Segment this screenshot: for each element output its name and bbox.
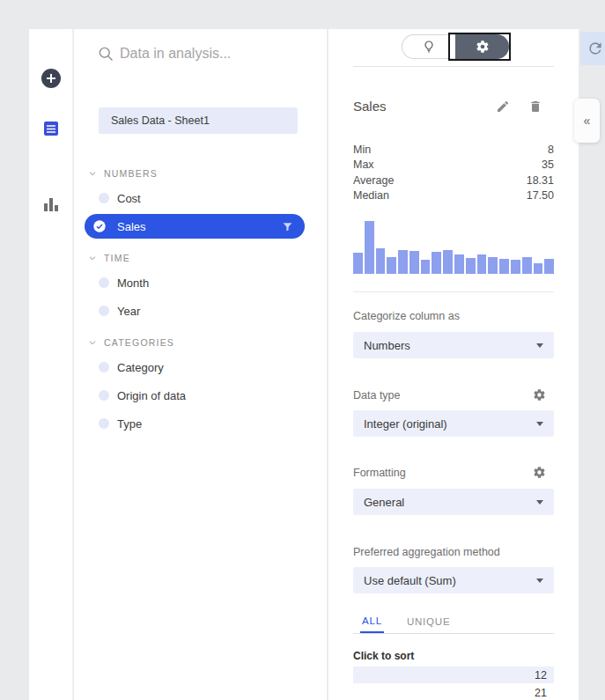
histogram-bar [499,259,509,274]
gear-icon [533,466,546,479]
insights-toggle-button[interactable] [402,34,455,59]
column-item-category[interactable]: Category [85,355,305,379]
focus-indicator [448,33,511,61]
dropdown-value: Numbers [364,339,410,352]
column-item-cost[interactable]: Cost [85,186,305,210]
collapse-panel-button[interactable]: « [574,99,600,143]
column-dot [99,306,109,316]
edit-button[interactable] [496,99,510,114]
section-header-time[interactable]: TIME [88,252,130,264]
column-dot [99,277,109,288]
column-label: Cost [117,192,141,205]
refresh-button[interactable] [580,32,605,65]
plus-circle-icon [41,68,62,89]
divider [353,66,554,67]
histogram-bar [421,260,431,274]
search-icon [97,45,114,66]
histogram-bar [544,259,554,274]
aggregation-label: Preferred aggregation method [353,545,500,559]
add-button[interactable] [41,68,62,89]
value-cell: 12 [535,669,547,682]
data-type-settings-button[interactable] [532,388,546,402]
bar-chart-icon [41,194,62,215]
formatting-dropdown[interactable]: General [353,489,554,515]
tab-all[interactable]: ALL [360,615,384,633]
section-header-categories[interactable]: CATEGORIES [88,336,174,349]
column-details-panel: Sales Min8 Max35 Average18.31 Median17.5… [328,29,579,700]
histogram-bar [466,258,476,274]
caret-down-icon [536,500,543,505]
value-row[interactable]: 21 [353,684,554,700]
tab-unique[interactable]: UNIQUE [405,615,453,633]
histogram-bar [443,250,453,274]
data-type-label: Data type [353,388,401,402]
histogram-bar [488,257,498,274]
column-label: Type [117,417,142,431]
dropdown-value: Integer (original) [364,417,447,431]
column-dot [99,390,109,401]
filter-icon[interactable] [282,221,293,232]
data-panel-button[interactable] [41,118,62,139]
section-header-numbers[interactable]: NUMBERS [88,167,158,180]
histogram-bar [522,257,532,274]
histogram-bar [365,221,374,274]
column-title: Sales [353,99,387,114]
data-table-item[interactable]: Sales Data - Sheet1 [99,107,298,134]
pencil-icon [496,99,510,114]
data-in-analysis-panel: Sales Data - Sheet1 NUMBERS Cost Sales T… [74,29,327,700]
column-dot [99,362,109,372]
column-item-year[interactable]: Year [85,298,305,323]
stat-average: Average18.31 [353,173,554,188]
histogram-bar [477,254,487,274]
value-cell: 21 [535,687,547,699]
values-tabs: ALL UNIQUE [360,615,452,633]
histogram-bar [387,257,396,274]
formatting-settings-button[interactable] [532,466,546,480]
column-item-month[interactable]: Month [85,270,305,295]
chevron-down-icon [88,169,97,178]
column-label: Month [117,276,149,290]
search-input[interactable] [120,41,296,66]
aggregation-dropdown[interactable]: Use default (Sum) [353,567,554,593]
histogram-bar [534,263,543,274]
delete-button[interactable] [528,99,542,114]
histogram-bar [398,250,408,274]
gear-icon [533,388,546,402]
data-table-name: Sales Data - Sheet1 [111,114,210,127]
left-toolbar [29,29,73,700]
stats-list: Min8 Max35 Average18.31 Median17.50 [353,142,554,203]
divider [353,633,554,634]
stat-min: Min8 [353,142,554,158]
formatting-label: Formatting [353,466,406,480]
histogram-bar [376,248,386,274]
caret-down-icon [536,422,543,426]
value-row[interactable]: 12 [353,667,554,683]
histogram-bar [511,260,520,274]
column-dot [99,193,109,203]
column-item-type[interactable]: Type [85,411,305,436]
chevron-down-icon [88,254,97,262]
histogram-bar [353,253,363,274]
data-table-icon [41,118,62,139]
histogram-bar [432,252,441,274]
section-label: NUMBERS [104,168,158,179]
visualizations-button[interactable] [41,194,62,215]
stat-median: Median17.50 [353,188,554,204]
data-type-dropdown[interactable]: Integer (original) [353,410,554,437]
column-label: Year [117,305,140,318]
column-item-origin-of-data[interactable]: Origin of data [85,383,305,408]
dropdown-value: General [364,496,404,509]
column-label: Origin of data [117,389,186,402]
trash-icon [528,99,542,114]
stat-max: Max35 [353,158,554,173]
caret-down-icon [536,578,543,583]
histogram-bar [454,254,464,274]
histogram [353,221,554,274]
categorize-label: Categorize column as [353,309,460,323]
sort-header[interactable]: Click to sort [353,650,414,662]
check-circle-icon [92,219,107,233]
categorize-column-dropdown[interactable]: Numbers [353,332,554,358]
column-item-sales[interactable]: Sales [85,214,305,239]
refresh-icon [587,40,604,57]
column-dot [99,418,109,429]
